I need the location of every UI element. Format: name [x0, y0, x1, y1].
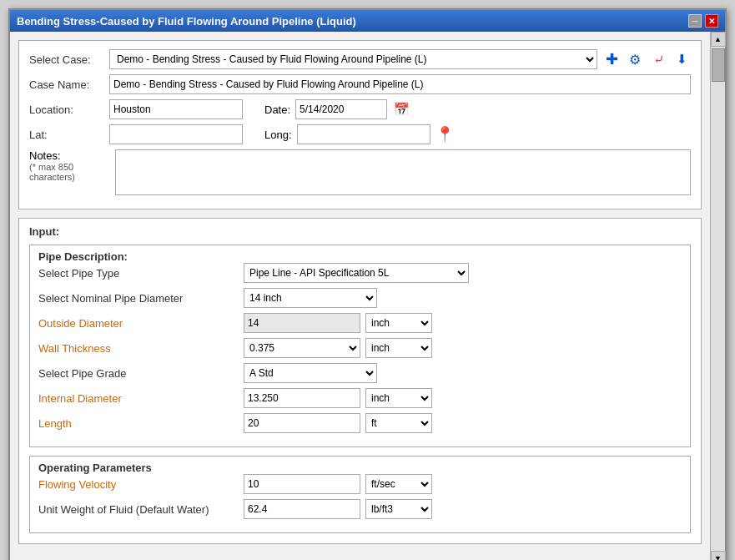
pipe-type-row: Select Pipe Type Pipe Line - API Specifi… — [38, 263, 682, 283]
unit-weight-unit[interactable]: lb/ft3 — [365, 499, 432, 519]
location-label: Location: — [29, 103, 104, 116]
calendar-icon[interactable]: 📅 — [392, 100, 410, 119]
nominal-diameter-row: Select Nominal Pipe Diameter 14 inch — [38, 288, 682, 308]
long-input[interactable] — [297, 124, 430, 144]
pipe-grade-label: Select Pipe Grade — [38, 367, 239, 380]
pipe-type-label: Select Pipe Type — [38, 267, 239, 280]
notes-sub: (* max 850 characters) — [29, 162, 110, 182]
lat-long-row: Lat: Long: 📍 — [29, 124, 691, 144]
main-area: Select Case: Demo - Bending Stress - Cau… — [10, 32, 710, 560]
flowing-velocity-row: Flowing Velocity ft/sec — [38, 474, 682, 494]
nominal-diameter-select[interactable]: 14 inch — [244, 288, 377, 308]
length-label: Length — [38, 417, 239, 430]
wall-thickness-label: Wall Thickness — [38, 342, 239, 355]
notes-textarea[interactable] — [115, 149, 691, 195]
internal-diameter-input[interactable] — [244, 388, 360, 408]
scroll-up-button[interactable]: ▲ — [711, 32, 726, 47]
wall-thickness-select[interactable]: 0.375 — [244, 338, 360, 358]
operating-legend: Operating Parameters — [35, 462, 682, 474]
select-case-dropdown[interactable]: Demo - Bending Stress - Caused by Fluid … — [109, 49, 597, 69]
input-section-title: Input: — [29, 225, 691, 238]
flowing-velocity-input[interactable] — [244, 474, 360, 494]
date-label: Date: — [264, 103, 290, 116]
outside-diameter-row: Outside Diameter inch — [38, 313, 682, 333]
map-pin-icon[interactable]: 📍 — [435, 125, 454, 144]
pipe-type-select[interactable]: Pipe Line - API Specification 5L — [244, 263, 469, 283]
lat-label: Lat: — [29, 129, 104, 141]
date-input[interactable] — [295, 99, 387, 119]
location-input[interactable] — [109, 99, 243, 119]
length-row: Length ft — [38, 413, 682, 433]
operating-fieldset: Operating Parameters Flowing Velocity ft… — [29, 456, 691, 533]
length-unit[interactable]: ft — [365, 413, 432, 433]
gear-button[interactable]: ⚙ — [626, 50, 644, 68]
internal-diameter-label: Internal Diameter — [38, 392, 239, 405]
operating-section: Operating Parameters Flowing Velocity ft… — [29, 456, 691, 533]
notes-label: Notes: — [29, 149, 110, 162]
close-button[interactable]: ✕ — [705, 14, 718, 28]
flowing-velocity-label: Flowing Velocity — [38, 478, 239, 491]
select-case-label: Select Case: — [29, 53, 104, 66]
minimize-button[interactable]: ─ — [688, 14, 702, 28]
download-button[interactable]: ⬇ — [672, 50, 691, 68]
internal-diameter-unit[interactable]: inch — [365, 388, 432, 408]
window-content: Select Case: Demo - Bending Stress - Cau… — [10, 32, 725, 560]
pipe-description-fieldset: Pipe Description: Select Pipe Type Pipe … — [29, 245, 691, 447]
window-title: Bending Stress-Caused by Fluid Flowing A… — [17, 15, 356, 28]
input-section: Input: Pipe Description: Select Pipe Typ… — [18, 218, 702, 544]
title-bar: Bending Stress-Caused by Fluid Flowing A… — [10, 10, 725, 32]
outside-diameter-input[interactable] — [244, 313, 360, 333]
lat-input[interactable] — [109, 124, 243, 144]
nominal-diameter-label: Select Nominal Pipe Diameter — [38, 292, 239, 305]
top-section: Select Case: Demo - Bending Stress - Cau… — [18, 40, 702, 209]
internal-diameter-row: Internal Diameter inch — [38, 388, 682, 408]
scrollbar: ▲ ▼ — [710, 32, 725, 560]
outside-diameter-label: Outside Diameter — [38, 317, 239, 330]
share-button[interactable]: ⤶ — [649, 50, 667, 68]
unit-weight-row: Unit Weight of Fluid (Default Water) lb/… — [38, 499, 682, 519]
length-input[interactable] — [244, 413, 360, 433]
case-name-input[interactable] — [109, 74, 691, 94]
unit-weight-input[interactable] — [244, 499, 360, 519]
pipe-grade-select[interactable]: A Std — [244, 363, 377, 383]
notes-row: Notes: (* max 850 characters) — [29, 149, 691, 195]
long-label: Long: — [264, 129, 292, 141]
location-date-row: Location: Date: 📅 — [29, 99, 691, 119]
wall-thickness-unit[interactable]: inch — [365, 338, 432, 358]
wall-thickness-row: Wall Thickness 0.375 inch — [38, 338, 682, 358]
pipe-grade-row: Select Pipe Grade A Std — [38, 363, 682, 383]
scroll-thumb[interactable] — [712, 48, 725, 82]
unit-weight-label: Unit Weight of Fluid (Default Water) — [38, 503, 239, 516]
add-button[interactable]: ✚ — [602, 50, 621, 68]
notes-label-block: Notes: (* max 850 characters) — [29, 149, 110, 182]
scroll-down-button[interactable]: ▼ — [711, 551, 726, 560]
title-bar-buttons: ─ ✕ — [688, 14, 718, 28]
select-case-row: Select Case: Demo - Bending Stress - Cau… — [29, 49, 691, 69]
main-window: Bending Stress-Caused by Fluid Flowing A… — [8, 8, 727, 560]
pipe-description-legend: Pipe Description: — [35, 250, 682, 263]
case-name-row: Case Name: — [29, 74, 691, 94]
case-name-label: Case Name: — [29, 78, 104, 91]
flowing-velocity-unit[interactable]: ft/sec — [365, 474, 432, 494]
outside-diameter-unit[interactable]: inch — [365, 313, 432, 333]
